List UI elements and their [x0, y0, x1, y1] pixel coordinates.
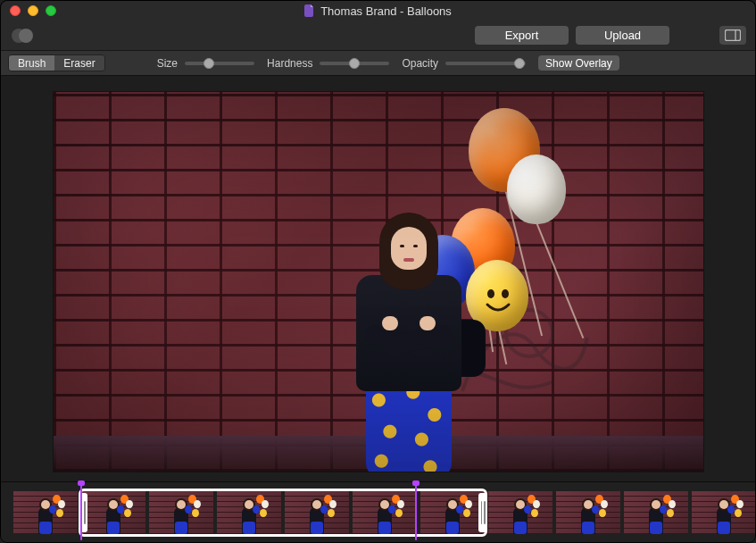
- timeline-thumb[interactable]: [420, 491, 485, 534]
- timeline[interactable]: [1, 481, 755, 542]
- size-slider[interactable]: [185, 62, 254, 65]
- show-overlay-button[interactable]: Show Overlay: [538, 55, 619, 71]
- panel-toggle-button[interactable]: [719, 26, 746, 45]
- timeline-thumb[interactable]: [556, 491, 620, 534]
- hardness-slider-group: Hardness: [267, 57, 389, 70]
- tool-segmented-control: Brush Eraser: [8, 54, 105, 71]
- minimize-window-button[interactable]: [28, 5, 38, 16]
- fullscreen-window-button[interactable]: [46, 5, 56, 16]
- timeline-thumb[interactable]: [285, 491, 349, 534]
- playhead[interactable]: [80, 484, 82, 540]
- timeline-thumb[interactable]: [217, 491, 281, 534]
- brush-toolbar: Brush Eraser Size Hardness Opacity Show …: [1, 51, 755, 76]
- titlebar: Thomas Brand - Balloons: [1, 1, 755, 21]
- canvas-area: [1, 76, 755, 481]
- opacity-label: Opacity: [402, 57, 438, 70]
- playhead[interactable]: [415, 484, 417, 540]
- upload-button[interactable]: Upload: [576, 26, 669, 45]
- mask-icon[interactable]: [10, 27, 35, 45]
- window-title-group: Thomas Brand - Balloons: [1, 4, 755, 18]
- export-button[interactable]: Export: [475, 26, 569, 45]
- window-controls: [10, 5, 56, 16]
- window-title: Thomas Brand - Balloons: [320, 4, 452, 18]
- opacity-slider-group: Opacity: [402, 57, 526, 70]
- vignette: [54, 92, 703, 472]
- svg-point-1: [19, 29, 33, 43]
- timeline-thumb[interactable]: [353, 491, 417, 534]
- timeline-thumb[interactable]: [488, 491, 552, 534]
- opacity-slider[interactable]: [445, 62, 526, 65]
- timeline-thumb[interactable]: [624, 491, 688, 534]
- timeline-thumb[interactable]: [13, 491, 78, 534]
- hardness-slider[interactable]: [320, 62, 389, 65]
- brush-tool-button[interactable]: Brush: [9, 55, 54, 71]
- timeline-thumb[interactable]: [692, 491, 756, 534]
- close-window-button[interactable]: [10, 5, 21, 16]
- eraser-tool-button[interactable]: Eraser: [54, 55, 104, 71]
- hardness-label: Hardness: [267, 57, 312, 70]
- size-slider-group: Size: [157, 57, 254, 70]
- size-label: Size: [157, 57, 178, 70]
- document-icon: [304, 4, 315, 17]
- header-toolbar: Export Upload: [1, 21, 755, 51]
- panel-toggle-icon: [725, 29, 741, 41]
- timeline-thumb[interactable]: [81, 491, 145, 534]
- video-frame[interactable]: [54, 92, 703, 472]
- timeline-thumb[interactable]: [149, 491, 213, 534]
- svg-rect-2: [726, 30, 741, 41]
